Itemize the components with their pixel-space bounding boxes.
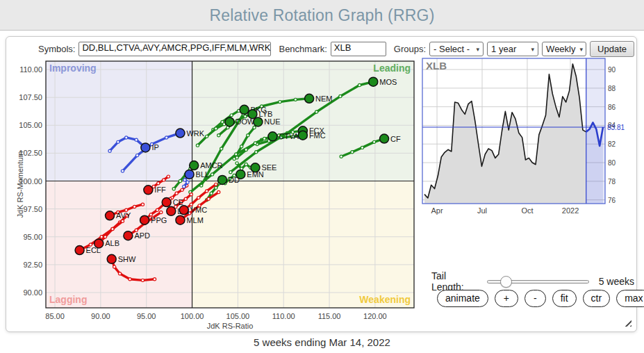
dot-PPG[interactable] [140,215,149,224]
dot-DD[interactable] [218,175,227,184]
zoom-in-button[interactable]: + [495,290,518,307]
chevron-down-icon: ▾ [477,46,480,53]
symbol-label-IP[interactable]: IP [151,143,158,151]
symbol-label-DD[interactable]: DD [229,176,240,184]
animate-button[interactable]: animate [437,290,488,307]
symbol-label-NUE[interactable]: NUE [264,117,280,126]
dot-DOW[interactable] [225,117,234,126]
frequency-select-value: Weekly [546,44,575,54]
dot-APD[interactable] [124,231,133,240]
benchmark-chart[interactable]: 767880828486889083.81AprJulOct2022XLB [419,56,639,222]
quadrant-label-leading: Leading [373,63,411,74]
benchmark-input[interactable]: XLB [331,42,386,56]
dot-IFF[interactable] [144,186,153,195]
fit-button[interactable]: fit [552,290,577,307]
benchmark-y-tick: 90 [608,66,616,74]
symbol-label-DOW[interactable]: DOW [236,117,256,126]
groups-select[interactable]: - Select - ▾ [429,42,484,56]
y-tick: 90.00 [23,288,42,297]
dot-LIN[interactable] [167,206,176,215]
dot-WRK[interactable] [176,129,185,138]
y-tick: 97.50 [23,205,42,213]
tail-length-slider-thumb[interactable] [500,276,512,288]
x-tick: 95.00 [137,312,156,320]
chevron-down-icon: ▾ [579,46,583,53]
benchmark-x-tick: 2022 [562,206,579,215]
benchmark-y-tick: 86 [608,104,616,111]
symbols-label: Symbols: [38,44,75,54]
dot-FMC[interactable] [298,131,307,140]
symbols-input[interactable]: DD,BLL,CTVA,AVY,AMCR,PPG,IFF,MLM,WRK,LYB [79,42,271,56]
symbol-label-WRK[interactable]: WRK [186,129,204,138]
zoom-out-button[interactable]: - [525,290,546,307]
update-button[interactable]: Update [590,41,634,57]
symbol-label-NEM[interactable]: NEM [315,95,332,103]
symbol-label-MOS[interactable]: MOS [379,78,397,86]
dot-VMC[interactable] [179,206,188,215]
rrg-chart[interactable]: ImprovingLeadingLaggingWeakening90.0092.… [13,56,418,333]
symbol-label-EMN[interactable]: EMN [247,170,264,179]
y-tick: 95.00 [23,233,42,241]
symbol-label-IFF[interactable]: IFF [154,186,166,194]
symbol-label-SHW[interactable]: SHW [118,255,136,263]
symbol-label-PPG[interactable]: PPG [151,216,167,224]
toolbar: Symbols: DD,BLL,CTVA,AVY,AMCR,PPG,IFF,ML… [38,41,634,57]
benchmark-title: XLB [426,60,447,72]
y-tick: 105.00 [19,121,42,129]
tail-length-slider[interactable] [487,280,589,284]
chevron-down-icon: ▾ [531,46,535,53]
rrg-panel: Symbols: DD,BLL,CTVA,AVY,AMCR,PPG,IFF,ML… [6,36,637,332]
groups-label: Groups: [394,44,426,54]
center-button[interactable]: ctr [583,290,611,307]
page-title: Relative Rotation Graph (RRG) [0,0,644,31]
dot-SHW[interactable] [107,254,116,263]
dot-MOS[interactable] [369,77,378,86]
dot-CTVA[interactable] [268,132,277,141]
symbol-label-CF[interactable]: CF [390,135,401,143]
symbol-label-FMC[interactable]: FMC [309,131,326,140]
benchmark-y-tick: 88 [608,85,616,92]
x-axis-label: JdK RS-Ratio [207,322,254,330]
x-tick: 120.00 [363,312,387,320]
dot-BLL[interactable] [185,170,194,179]
benchmark-x-tick: Jul [477,206,487,215]
dot-IP[interactable] [141,143,150,152]
price-area [424,64,586,204]
symbol-label-ALB[interactable]: ALB [105,239,119,247]
benchmark-x-tick: Apr [431,206,443,215]
maximize-button[interactable]: max [616,290,644,307]
dot-NEM[interactable] [305,94,314,103]
x-tick: 90.00 [91,312,110,320]
quadrant-weakening [192,181,414,308]
dot-MLM[interactable] [176,215,185,224]
symbol-label-AVY[interactable]: AVY [116,211,131,220]
symbol-label-VMC[interactable]: VMC [190,206,208,214]
x-tick: 110.00 [272,312,295,320]
dot-AVY[interactable] [106,211,115,220]
symbol-label-LYB[interactable]: LYB [258,110,272,118]
resize-handle-icon[interactable] [622,318,631,327]
dot-ECL[interactable] [75,246,84,255]
symbol-label-AMCR[interactable]: AMCR [200,161,222,170]
page-header: Relative Rotation Graph (RRG) [0,0,644,31]
benchmark-label: Benchmark: [279,44,327,54]
frequency-select[interactable]: Weekly ▾ [542,42,586,56]
symbol-label-BLL[interactable]: BLL [196,170,210,179]
dot-AMCR[interactable] [190,161,199,170]
x-tick: 115.00 [318,312,341,320]
symbol-label-CE[interactable]: CE [173,198,183,206]
tail-length-value: 5 weeks [599,276,634,287]
dot-CF[interactable] [380,134,389,143]
symbol-label-CTVA[interactable]: CTVA [279,132,299,140]
symbol-label-MLM[interactable]: MLM [186,216,203,224]
quadrant-label-improving: Improving [49,63,97,74]
dot-NUE[interactable] [254,117,263,126]
dot-PKG[interactable] [240,105,249,114]
dot-CE[interactable] [162,198,171,207]
x-tick: 85.00 [45,312,65,320]
symbol-label-ECL[interactable]: ECL [86,246,101,254]
quadrant-label-lagging: Lagging [49,294,87,305]
date-caption: 5 weeks ending Mar 14, 2022 [0,336,644,348]
symbol-label-APD[interactable]: APD [134,231,150,240]
period-select[interactable]: 1 year ▾ [487,42,538,56]
